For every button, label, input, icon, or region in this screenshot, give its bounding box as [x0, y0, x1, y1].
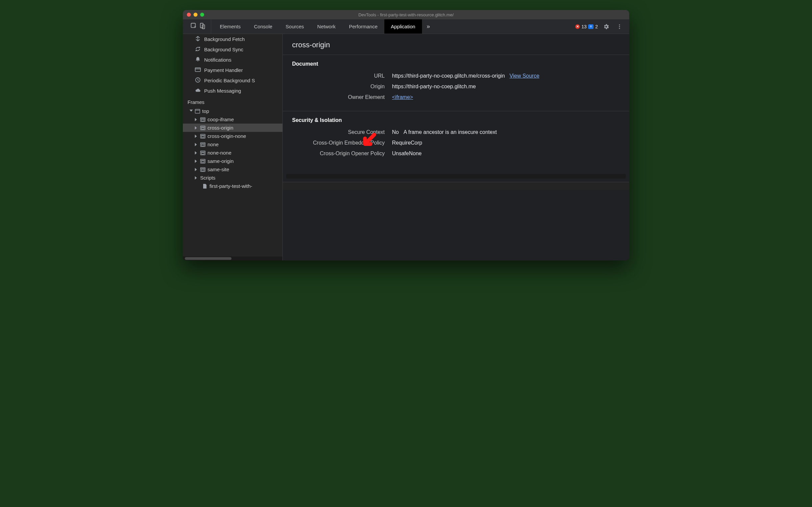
clock-icon	[195, 77, 201, 84]
settings-button[interactable]	[601, 22, 611, 32]
file-icon	[202, 183, 208, 189]
caret-right-icon	[195, 168, 198, 171]
bell-icon	[195, 56, 201, 63]
tree-item-top[interactable]: top	[183, 107, 282, 115]
tree-label: none-none	[208, 150, 231, 156]
url-row: URL https://third-party-no-coep.glitch.m…	[292, 73, 620, 79]
svg-rect-19	[201, 136, 204, 137]
tree-item-file[interactable]: first-party-test-with-	[183, 182, 282, 190]
sidebar-item-label: Payment Handler	[204, 67, 243, 73]
sidebar-section-frames: Frames	[183, 96, 282, 107]
minimize-window-button[interactable]	[193, 13, 197, 17]
window-icon	[195, 109, 200, 114]
main-panel: cross-origin Document URL https://third-…	[283, 34, 629, 261]
tab-performance[interactable]: Performance	[342, 19, 384, 34]
origin-value: https://third-party-no-coep.glitch.me	[392, 83, 476, 90]
svg-rect-13	[201, 119, 204, 121]
fetch-icon	[195, 36, 201, 43]
sidebar-item-label: Background Fetch	[204, 36, 245, 42]
tab-network[interactable]: Network	[311, 19, 342, 34]
tab-application[interactable]: Application	[384, 19, 422, 34]
coop-row: Cross-Origin Opener Policy UnsafeNone	[292, 151, 620, 157]
tree-label: first-party-test-with-	[210, 183, 252, 189]
toolbar-right: ✕ 13 = 2	[575, 22, 627, 32]
svg-point-4	[619, 26, 620, 27]
frame-icon	[200, 150, 206, 156]
origin-row: Origin https://third-party-no-coep.glitc…	[292, 83, 620, 90]
device-toolbar-icon[interactable]	[199, 22, 206, 31]
sidebar-item-sync[interactable]: Background Sync	[183, 44, 282, 55]
frame-icon	[200, 167, 206, 172]
secure-context-row: Secure Context No A frame ancestor is an…	[292, 129, 620, 135]
toolbar-left	[185, 19, 211, 34]
svg-rect-25	[201, 153, 204, 154]
caret-right-icon	[195, 143, 198, 146]
tab-console[interactable]: Console	[247, 19, 279, 34]
caret-right-icon	[195, 134, 198, 138]
svg-rect-1	[200, 23, 203, 27]
panel-tabs: Elements Console Sources Network Perform…	[213, 19, 434, 34]
coop-label: Cross-Origin Opener Policy	[292, 151, 392, 157]
tree-item-same-origin[interactable]: same-origin	[183, 157, 282, 165]
sidebar-item-bell[interactable]: Notifications	[183, 55, 282, 65]
url-value: https://third-party-no-coep.glitch.me/cr…	[392, 73, 505, 79]
svg-point-5	[619, 27, 620, 29]
tab-sources[interactable]: Sources	[279, 19, 311, 34]
caret-right-icon	[195, 160, 198, 163]
window-title: DevTools - first-party-test-with-resourc…	[187, 12, 625, 17]
error-icon: ✕	[575, 24, 580, 29]
zoom-window-button[interactable]	[200, 13, 204, 17]
sidebar-item-cloud[interactable]: Push Messaging	[183, 86, 282, 96]
sidebar: Background FetchBackground SyncNotificat…	[183, 34, 283, 261]
info-icon: =	[588, 24, 593, 29]
secure-context-value: No	[392, 129, 399, 135]
error-badge[interactable]: ✕ 13 = 2	[575, 24, 598, 29]
sidebar-item-fetch[interactable]: Background Fetch	[183, 34, 282, 44]
sidebar-item-card[interactable]: Payment Handler	[183, 65, 282, 75]
svg-rect-31	[201, 169, 204, 171]
view-source-link[interactable]: View Source	[510, 73, 539, 79]
titlebar: DevTools - first-party-test-with-resourc…	[183, 10, 629, 19]
tree-item-scripts[interactable]: Scripts	[183, 174, 282, 182]
sync-icon	[195, 46, 201, 53]
main-scrollbar[interactable]	[286, 174, 626, 178]
owner-row: Owner Element <iframe>	[292, 94, 620, 100]
security-section-title: Security & Isolation	[292, 117, 620, 123]
tree-item-cross-origin-none[interactable]: cross-origin-none	[183, 132, 282, 140]
tree-label: cross-origin-none	[208, 133, 246, 139]
tree-item-coop-iframe[interactable]: coop-iframe	[183, 115, 282, 124]
coep-value: RequireCorp	[392, 140, 422, 146]
url-label: URL	[292, 73, 392, 79]
main-heading: cross-origin	[283, 34, 629, 55]
tree-label: cross-origin	[208, 125, 233, 130]
more-tabs-button[interactable]: »	[422, 19, 434, 34]
tree-item-none-none[interactable]: none-none	[183, 149, 282, 157]
owner-element-link[interactable]: <iframe>	[392, 94, 413, 100]
caret-right-icon	[195, 176, 198, 179]
tree-label: top	[202, 108, 209, 114]
menu-button[interactable]	[615, 22, 625, 32]
svg-rect-28	[201, 161, 204, 163]
sidebar-item-label: Push Messaging	[204, 88, 241, 94]
secure-context-label: Secure Context	[292, 129, 392, 135]
frame-icon	[200, 125, 206, 130]
tree-item-cross-origin[interactable]: cross-origin	[183, 124, 282, 132]
tree-item-none[interactable]: none	[183, 140, 282, 149]
close-window-button[interactable]	[187, 13, 191, 17]
coep-row: Cross-Origin Embedder Policy RequireCorp	[292, 140, 620, 146]
body: Background FetchBackground SyncNotificat…	[183, 34, 629, 261]
error-count: 13	[582, 24, 587, 29]
svg-rect-22	[201, 144, 204, 146]
sidebar-scrollbar[interactable]	[183, 257, 282, 261]
tree-label: same-site	[208, 167, 229, 172]
caret-right-icon	[195, 118, 198, 121]
sidebar-item-clock[interactable]: Periodic Background S	[183, 75, 282, 86]
secure-context-note: A frame ancestor is an insecure context	[403, 129, 497, 135]
info-count: 2	[595, 24, 598, 29]
tab-elements[interactable]: Elements	[213, 19, 247, 34]
frame-icon	[200, 142, 206, 147]
inspect-icon[interactable]	[190, 22, 197, 31]
tree-item-same-site[interactable]: same-site	[183, 165, 282, 174]
tree-label: Scripts	[200, 175, 216, 180]
sidebar-item-label: Background Sync	[204, 47, 243, 52]
